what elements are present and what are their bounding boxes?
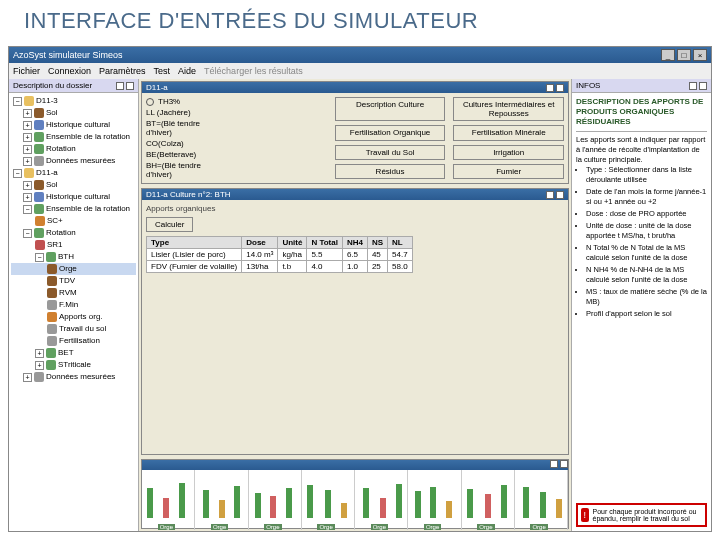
crop-icon — [35, 240, 45, 250]
tree-apo[interactable]: Apports org. — [11, 311, 136, 323]
expand-icon[interactable]: + — [35, 361, 44, 370]
info-pane: INFOS DESCRIPTION DES APPORTS DE PRODUIT… — [571, 79, 711, 531]
table-row[interactable]: Lisier (Lisier de porc)14.0 m³kg/ha5.56.… — [147, 249, 413, 261]
irrig-button[interactable]: Irrigation — [453, 145, 564, 160]
expand-icon[interactable]: + — [23, 193, 32, 202]
expand-icon[interactable]: + — [23, 157, 32, 166]
tree-d11-3[interactable]: −D11-3 — [11, 95, 136, 107]
tree-bth[interactable]: −BTH — [11, 251, 136, 263]
tl-pin-icon[interactable] — [550, 460, 558, 468]
expand-icon[interactable]: + — [35, 349, 44, 358]
pin-icon[interactable] — [116, 82, 124, 90]
expand-icon[interactable]: − — [23, 205, 32, 214]
table-row[interactable]: FDV (Fumier de volaille)13t/hat.b4.01.02… — [147, 261, 413, 273]
close-panel-icon[interactable] — [126, 82, 134, 90]
expand-icon[interactable]: + — [23, 133, 32, 142]
sidebar-title: Description du dossier — [13, 81, 92, 90]
tree-orge[interactable]: Orge — [11, 263, 136, 275]
expand-icon[interactable]: + — [23, 145, 32, 154]
fert-org-button[interactable]: Fertilisation Organique — [335, 125, 446, 140]
tl-close-icon[interactable] — [560, 460, 568, 468]
crop-bt: BT=(Blé tendre d'hiver) — [146, 119, 209, 137]
tree-dmes[interactable]: +Données mesurées — [11, 371, 136, 383]
expand-icon[interactable]: − — [23, 229, 32, 238]
tree-mes[interactable]: +Données mesurées — [11, 155, 136, 167]
info-pin-icon[interactable] — [689, 82, 697, 90]
desc-culture-button[interactable]: Description Culture — [335, 97, 446, 121]
tree-ferti[interactable]: Fertilisation — [11, 335, 136, 347]
info-bullet: Dose : dose de PRO apportée — [586, 209, 707, 219]
menu-parametres[interactable]: Paramètres — [99, 66, 146, 76]
tree-bet[interactable]: +BET — [11, 347, 136, 359]
culture-window: D11-a Culture n°2: BTH Apports organique… — [141, 188, 569, 455]
crop-be: BE(Betterave) — [146, 150, 209, 159]
menu-test[interactable]: Test — [154, 66, 171, 76]
subwin-pin-icon[interactable] — [546, 84, 554, 92]
fumier-button[interactable]: Fumier — [453, 164, 564, 179]
radio-label: TH3% — [158, 97, 180, 106]
tree-hist[interactable]: +Historique cultural — [11, 119, 136, 131]
info-close-icon[interactable] — [699, 82, 707, 90]
tree-fmin[interactable]: F.Min — [11, 299, 136, 311]
history-icon — [34, 192, 44, 202]
tree-sol[interactable]: +Sol — [11, 107, 136, 119]
close-button[interactable]: × — [693, 49, 707, 61]
expand-icon[interactable]: − — [13, 97, 22, 106]
th-nl: NL — [388, 237, 413, 249]
tree-ens2[interactable]: −Ensemble de la rotation — [11, 203, 136, 215]
expand-icon[interactable]: + — [23, 109, 32, 118]
crop-icon — [47, 276, 57, 286]
info-list: Type : Sélectionner dans la liste déroul… — [576, 165, 707, 319]
calculer-button[interactable]: Calculer — [146, 217, 193, 232]
expand-icon[interactable]: − — [13, 169, 22, 178]
tree-d11-a[interactable]: −D11-a — [11, 167, 136, 179]
menu-telecharger[interactable]: Télécharger les résultats — [204, 66, 303, 76]
subwin-pin-icon[interactable] — [546, 191, 554, 199]
tree-sol2[interactable]: +Sol — [11, 179, 136, 191]
info-head: INFOS — [576, 81, 600, 90]
sidebar: Description du dossier −D11-3 +Sol +Hist… — [9, 79, 139, 531]
center-pane: D11-a TH3% LL (Jachère) BT=(Blé tendre d… — [139, 79, 571, 531]
tree-trv[interactable]: Travail du sol — [11, 323, 136, 335]
tree-rvm[interactable]: RVM — [11, 287, 136, 299]
apports-table: Type Dose Unité N Total NH4 NS NL Lisier… — [146, 236, 413, 273]
subwin-close-icon[interactable] — [556, 191, 564, 199]
tree: −D11-3 +Sol +Historique cultural +Ensemb… — [9, 93, 138, 531]
tree-rot2[interactable]: −Rotation — [11, 227, 136, 239]
cult-inter-button[interactable]: Cultures Intermédiaires et Repousses — [453, 97, 564, 121]
expand-icon[interactable]: + — [23, 121, 32, 130]
travail-button[interactable]: Travail du Sol — [335, 145, 446, 160]
menu-aide[interactable]: Aide — [178, 66, 196, 76]
soil-icon — [34, 108, 44, 118]
folder-icon — [24, 168, 34, 178]
radio-th3[interactable] — [146, 98, 154, 106]
fert-min-button[interactable]: Fertilisation Minérale — [453, 125, 564, 140]
minimize-button[interactable]: _ — [661, 49, 675, 61]
subwin-close-icon[interactable] — [556, 84, 564, 92]
menu-fichier[interactable]: Fichier — [13, 66, 40, 76]
rotation-icon — [34, 132, 44, 142]
tree-hist2[interactable]: +Historique cultural — [11, 191, 136, 203]
info-bullet: Date de l'an mois la forme j/année-1 si … — [586, 187, 707, 207]
warning-box: ! Pour chaque produit incorporé ou épand… — [576, 503, 707, 527]
tree-rot[interactable]: +Rotation — [11, 143, 136, 155]
tree-tdv[interactable]: TDV — [11, 275, 136, 287]
tree-scplus[interactable]: SC+ — [11, 215, 136, 227]
titlebar: AzoSyst simulateur Simeos _ □ × — [9, 47, 711, 63]
expand-icon[interactable]: − — [35, 253, 44, 262]
menu-connexion[interactable]: Connexion — [48, 66, 91, 76]
timeline-panel: Orge Orge Orge Orge Orge Orge Orge Orge — [141, 459, 569, 529]
maximize-button[interactable]: □ — [677, 49, 691, 61]
item-icon — [47, 324, 57, 334]
th-type: Type — [147, 237, 242, 249]
timeline-body[interactable]: Orge Orge Orge Orge Orge Orge Orge Orge — [142, 470, 568, 530]
crop-icon — [47, 288, 57, 298]
info-intro: Les apports sont à indiquer par rapport … — [576, 135, 707, 165]
expand-icon[interactable]: + — [23, 181, 32, 190]
tab-apports[interactable]: Apports organiques — [146, 204, 564, 213]
expand-icon[interactable]: + — [23, 373, 32, 382]
tree-ste[interactable]: +STriticale — [11, 359, 136, 371]
tree-sr1[interactable]: SR1 — [11, 239, 136, 251]
residus-button[interactable]: Résidus — [335, 164, 446, 179]
tree-ens[interactable]: +Ensemble de la rotation — [11, 131, 136, 143]
